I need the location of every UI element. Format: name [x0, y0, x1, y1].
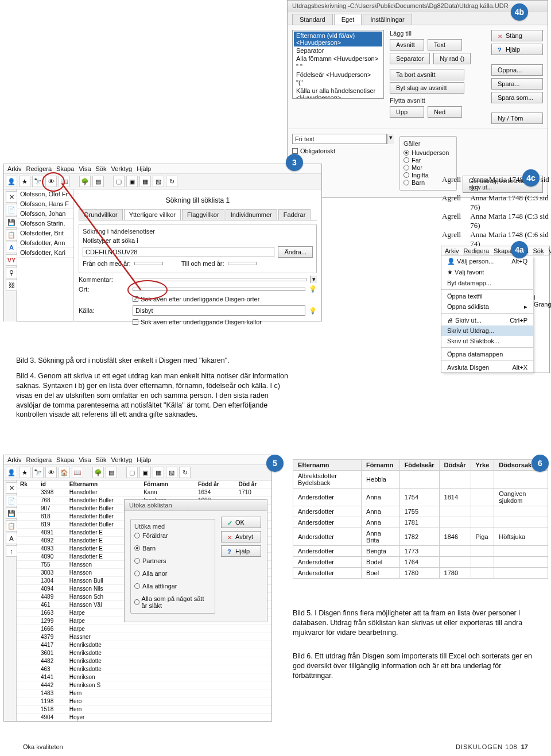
- radio-huvudperson[interactable]: Huvudperson: [403, 149, 453, 156]
- mi-oppnasok[interactable]: Öppna söklista▸: [441, 301, 533, 312]
- side-3[interactable]: 💾: [6, 216, 17, 228]
- mi-skrivslakt[interactable]: Skriv ut Släktbok...: [441, 336, 533, 346]
- btn-hjalp[interactable]: Hjälp: [491, 44, 543, 55]
- chk-kallor[interactable]: Sök även efter underliggande Disgen-käll…: [133, 319, 262, 325]
- menu-verktyg[interactable]: Verktyg: [111, 165, 132, 172]
- btn-separator[interactable]: Separator: [390, 53, 430, 64]
- tab-grund[interactable]: Grundvillkor: [79, 209, 123, 220]
- table-row[interactable]: 1483Hern: [17, 689, 271, 697]
- menu-hjalp[interactable]: Hjälp: [137, 165, 151, 172]
- input-fritext[interactable]: Fri text: [292, 134, 387, 144]
- mi-skrivutdrag[interactable]: Skriv ut Utdrag...: [441, 325, 533, 336]
- table-row[interactable]: 1518Hern: [17, 705, 271, 714]
- menu-redigera[interactable]: Redigera: [26, 165, 52, 172]
- btn-spara[interactable]: Spara...: [491, 78, 543, 90]
- menu-skapa[interactable]: Skapa: [56, 165, 74, 172]
- tool-chart[interactable]: ▤: [92, 176, 104, 187]
- radio-mor[interactable]: Mor: [403, 164, 453, 171]
- btn-ned[interactable]: Ned: [428, 106, 462, 118]
- menu-sok[interactable]: Sök: [96, 165, 107, 172]
- tab-flagg[interactable]: Flaggvillkor: [182, 209, 224, 220]
- table-row[interactable]: 4141Henrikson: [17, 673, 271, 681]
- tool-box2[interactable]: ▣: [126, 176, 138, 187]
- table-row[interactable]: 3398HansdotterKann16341710: [17, 489, 271, 497]
- tab-individ[interactable]: Individnummer: [226, 209, 277, 220]
- side-6[interactable]: VY: [6, 254, 17, 266]
- tool-refresh[interactable]: ↻: [166, 176, 177, 187]
- input-komm[interactable]: [133, 278, 306, 281]
- btn-hjalp2[interactable]: Hjälp: [221, 545, 261, 557]
- table-row[interactable]: 3601Henriksdotte: [17, 649, 271, 657]
- table-row[interactable]: 1198Hero: [17, 697, 271, 705]
- tab-standard[interactable]: Standard: [292, 14, 333, 25]
- btn-tabort[interactable]: Ta bort avsnitt: [390, 69, 464, 80]
- input-from[interactable]: [134, 262, 163, 265]
- table-row[interactable]: 4379Hassner: [17, 633, 271, 641]
- table-row[interactable]: 4442Henrikson S: [17, 681, 271, 689]
- person-list[interactable]: Olofsson, Olof FrOlofsson, Hans FOlofsso…: [17, 189, 74, 321]
- btn-sparasom[interactable]: Spara som...: [491, 92, 543, 103]
- tool-box4[interactable]: ▧: [153, 176, 164, 187]
- table-row[interactable]: 4482Henriksdotte: [17, 657, 271, 665]
- tab-ytterligare[interactable]: Ytterligare villkor: [124, 209, 181, 220]
- chk-obligatoriskt[interactable]: Obligatoriskt: [292, 148, 394, 154]
- tool-tree[interactable]: 🌳: [79, 176, 91, 187]
- btn-text[interactable]: Text: [428, 39, 462, 51]
- tab-eget[interactable]: Eget: [334, 14, 362, 25]
- mi-avsluta[interactable]: Avsluta DisgenAlt+X: [441, 362, 533, 373]
- tool-star[interactable]: ★: [19, 176, 30, 187]
- radio-far[interactable]: Far: [403, 157, 453, 164]
- btn-andra[interactable]: Ändra...: [278, 246, 313, 258]
- m-sok[interactable]: Sök: [533, 247, 544, 254]
- side-7[interactable]: ⚲: [6, 267, 17, 278]
- m-skapa[interactable]: Skapa: [494, 247, 511, 254]
- m-arkiv[interactable]: Arkiv: [445, 247, 459, 254]
- side-4[interactable]: 📋: [6, 229, 17, 241]
- mi-bytdata[interactable]: Byt datamapp...: [441, 278, 533, 288]
- help-icon: [498, 46, 503, 52]
- mi-skrivut[interactable]: 🖨 Skriv ut...Ctrl+P: [441, 315, 533, 325]
- mi-oppnatext[interactable]: Öppna textfil: [441, 291, 533, 301]
- btn-byt[interactable]: Byt slag av avsnitt: [390, 82, 464, 94]
- side-8[interactable]: ⛓: [6, 280, 17, 291]
- btn-avsnitt[interactable]: Avsnitt: [390, 39, 424, 51]
- table-row[interactable]: 463Henriksdotte: [17, 665, 271, 673]
- lbl-flytta: Flytta avsnitt: [390, 97, 486, 104]
- tab-faddrar[interactable]: Faddrar: [278, 209, 311, 220]
- input-kalla[interactable]: Disbyt: [133, 305, 305, 316]
- r-alla[interactable]: Alla som på något sätt är släkt: [134, 595, 211, 609]
- side-5[interactable]: A: [6, 242, 17, 253]
- mi-oppnadatamapp[interactable]: Öppna datamappen: [441, 349, 533, 359]
- input-to[interactable]: [228, 262, 257, 265]
- table-row[interactable]: 1289Hoyer: [17, 722, 271, 722]
- btn-upp[interactable]: Upp: [390, 106, 424, 118]
- btn-stang[interactable]: Stäng: [491, 30, 543, 41]
- menu-arkiv[interactable]: Arkiv: [7, 165, 21, 172]
- btn-ok[interactable]: OK: [221, 517, 261, 528]
- tool-box1[interactable]: ▢: [113, 176, 125, 187]
- tool-person[interactable]: 👤: [6, 176, 17, 187]
- r-foraldrar[interactable]: Föräldrar: [134, 532, 211, 539]
- table-row[interactable]: 1666Harpe: [17, 625, 271, 633]
- btn-oppna[interactable]: Öppna...: [491, 64, 543, 76]
- menu-visa[interactable]: Visa: [79, 165, 91, 172]
- input-notis[interactable]: CDEFILNOSUV28: [83, 247, 274, 257]
- dropdown-icon[interactable]: ▾: [387, 134, 394, 144]
- tool-box3[interactable]: ▦: [139, 176, 151, 187]
- btn-nyrad[interactable]: Ny rad (): [433, 53, 471, 64]
- tab-installningar[interactable]: Inställningar: [363, 14, 412, 25]
- r-barn[interactable]: Barn: [134, 545, 211, 552]
- m-ve[interactable]: Ve: [548, 247, 551, 254]
- m-redigera[interactable]: Redigera: [463, 247, 489, 254]
- btn-nytom[interactable]: Ny / Töm: [491, 113, 543, 124]
- r-attlingar[interactable]: Alla ättlingar: [134, 583, 211, 590]
- mi-valjfavorit[interactable]: ★ Välj favorit: [441, 267, 533, 278]
- fieldlist[interactable]: Efternamn (vid fö/av) <Huvudperson> Sepa…: [292, 30, 384, 99]
- side-2[interactable]: 📄: [6, 204, 17, 215]
- table-row[interactable]: 4417Henriksdotte: [17, 641, 271, 649]
- r-anor[interactable]: Alla anor: [134, 570, 211, 577]
- r-partners[interactable]: Partners: [134, 557, 211, 564]
- btn-avbryt[interactable]: Avbryt: [221, 531, 261, 542]
- table-row[interactable]: 4904Hoyer: [17, 714, 271, 722]
- side-1[interactable]: ✕: [6, 191, 17, 203]
